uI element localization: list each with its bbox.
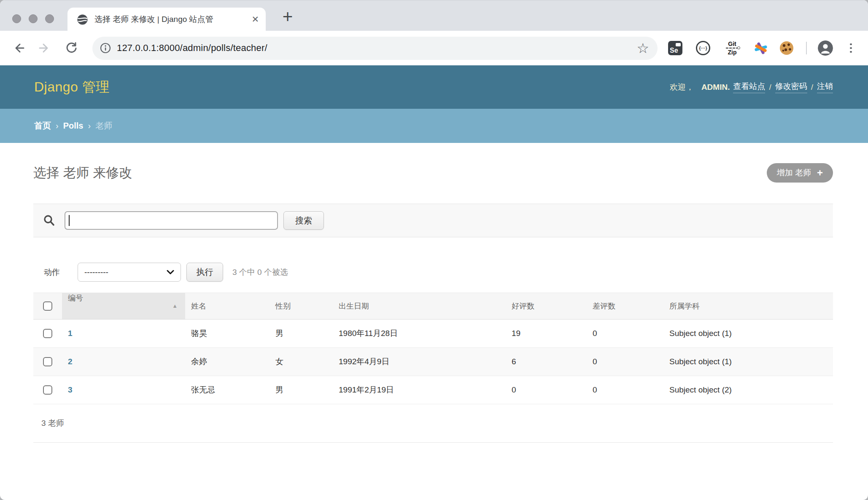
admin-header: Django 管理 欢迎， ADMIN. 查看站点 / 修改密码 / 注销	[0, 65, 868, 109]
zipper-glyph	[726, 48, 739, 48]
profile-avatar[interactable]	[818, 40, 833, 56]
table-header-row: 编号 ▲ 姓名 性别 出生日期 好评数 差评数 所属学科	[33, 293, 833, 320]
text-cursor	[69, 215, 70, 226]
change-password-link[interactable]: 修改密码	[775, 81, 807, 93]
column-header-name[interactable]: 姓名	[185, 293, 270, 320]
asterisk-extension-icon[interactable]	[753, 40, 768, 56]
action-label: 动作	[44, 267, 60, 278]
select-all-checkbox[interactable]	[43, 301, 52, 311]
row-checkbox[interactable]	[43, 357, 52, 366]
person-icon	[818, 40, 833, 56]
column-header-good-count[interactable]: 好评数	[506, 293, 587, 320]
chevron-down-icon	[167, 270, 174, 274]
camera-glyph	[676, 43, 681, 46]
row-id-link[interactable]: 1	[68, 329, 73, 338]
address-bar[interactable]: 127.0.0.1:8000/admin/polls/teacher/ ☆	[92, 37, 658, 60]
user-tools: 欢迎， ADMIN. 查看站点 / 修改密码 / 注销	[670, 81, 833, 93]
browser-menu-icon[interactable]	[850, 43, 852, 53]
back-icon[interactable]	[12, 41, 26, 55]
column-header-bad-count[interactable]: 差评数	[587, 293, 663, 320]
row-checkbox[interactable]	[43, 385, 52, 395]
actions-bar: 动作 --------- 执行 3 个中 0 个被选	[33, 263, 833, 282]
column-header-subject[interactable]: 所属学科	[663, 293, 833, 320]
row-checkbox[interactable]	[43, 329, 52, 338]
breadcrumb-home-link[interactable]: 首页	[34, 120, 51, 132]
tab-close-icon[interactable]: ✕	[251, 14, 259, 24]
window-controls	[12, 14, 54, 23]
page-title: 选择 老师 来修改	[33, 164, 132, 182]
welcome-text: 欢迎，	[670, 82, 694, 93]
search-input[interactable]	[65, 211, 278, 230]
json-braces-extension-icon[interactable]: {···}	[696, 41, 710, 55]
table-row: 3 张无忌 男 1991年2月19日 0 0 Subject object (2…	[33, 376, 833, 404]
browser-toolbar: 127.0.0.1:8000/admin/polls/teacher/ ☆ Se…	[0, 31, 868, 65]
browser-window: 选择 老师 来修改 | Django 站点管 ✕ + 127.0.0.1:800…	[0, 0, 868, 500]
gitzip-extension-icon[interactable]: Git Zip	[724, 41, 741, 55]
search-button[interactable]: 搜索	[283, 211, 324, 230]
url-text[interactable]: 127.0.0.1:8000/admin/polls/teacher/	[117, 43, 267, 54]
action-select[interactable]: ---------	[78, 263, 181, 282]
table-row: 1 骆昊 男 1980年11月28日 19 0 Subject object (…	[33, 320, 833, 348]
username-text: ADMIN.	[701, 83, 730, 92]
page-info-icon[interactable]	[100, 43, 111, 54]
row-id-link[interactable]: 2	[68, 357, 73, 366]
result-table: 编号 ▲ 姓名 性别 出生日期 好评数 差评数 所属学科 1 骆昊 男	[33, 293, 833, 404]
breadcrumb-app-link[interactable]: Polls	[63, 121, 84, 131]
forward-icon[interactable]	[37, 41, 51, 55]
column-header-gender[interactable]: 性别	[270, 293, 333, 320]
search-icon	[43, 214, 55, 227]
search-toolbar: 搜索	[33, 204, 833, 237]
window-minimize-button[interactable]	[29, 14, 38, 23]
reload-icon[interactable]	[64, 41, 78, 55]
column-header-birthdate[interactable]: 出生日期	[333, 293, 506, 320]
plus-icon: +	[817, 168, 823, 178]
result-count: 3 老师	[33, 418, 833, 429]
cookie-extension-icon[interactable]	[780, 41, 793, 55]
table-row: 2 余婷 女 1992年4月9日 6 0 Subject object (1)	[33, 348, 833, 376]
window-close-button[interactable]	[12, 14, 21, 23]
toolbar-divider	[806, 42, 807, 54]
sort-ascending-icon[interactable]: ▲	[172, 293, 178, 319]
execute-action-button[interactable]: 执行	[186, 263, 223, 282]
bookmark-star-icon[interactable]: ☆	[636, 41, 649, 55]
row-id-link[interactable]: 3	[68, 385, 73, 394]
breadcrumb-current: 老师	[95, 120, 112, 132]
tab-title: 选择 老师 来修改 | Django 站点管	[94, 14, 234, 25]
footer-divider	[33, 442, 833, 443]
view-site-link[interactable]: 查看站点	[733, 81, 765, 93]
selenium-extension-icon[interactable]: Se	[668, 41, 682, 55]
site-brand[interactable]: Django 管理	[34, 78, 110, 97]
column-header-id[interactable]: 编号 ▲	[62, 293, 185, 320]
add-teacher-button[interactable]: 增加 老师 +	[767, 163, 833, 183]
breadcrumb: 首页 › Polls › 老师	[0, 109, 868, 143]
globe-favicon-icon	[77, 14, 88, 25]
window-zoom-button[interactable]	[45, 14, 54, 23]
new-tab-button[interactable]: +	[277, 6, 299, 28]
browser-tab[interactable]: 选择 老师 来修改 | Django 站点管 ✕	[67, 8, 266, 31]
selection-counter: 3 个中 0 个被选	[232, 267, 288, 278]
logout-link[interactable]: 注销	[817, 81, 833, 93]
tab-strip: 选择 老师 来修改 | Django 站点管 ✕ +	[0, 0, 868, 31]
changelist-content: 选择 老师 来修改 增加 老师 + 搜索 动作 ---------	[0, 163, 868, 443]
